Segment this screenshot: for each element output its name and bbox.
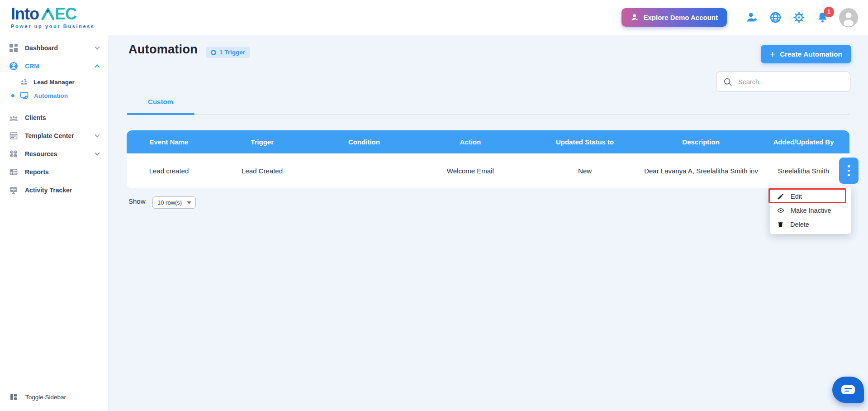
app-root: Into EC Power up your Business Explore D… [0,0,868,411]
tab-custom[interactable]: Custom [127,98,194,105]
sidebar-label: Clients [25,114,46,121]
automation-icon [20,91,28,100]
add-user-button[interactable] [745,11,759,24]
sidebar-item-crm[interactable]: CRM [0,57,108,75]
ellipsis-dot [848,174,850,176]
notifications-button[interactable]: 1 [816,11,829,24]
sidebar-label: Dashboard [25,44,58,52]
resources-icon [9,149,18,158]
toggle-sidebar-label: Toggle Sidebar [25,394,66,401]
sidebar-label: Reports [25,168,49,176]
cell-updated-status: New [526,167,644,175]
avatar-person-icon [839,8,858,27]
chevron-down-icon [95,132,100,137]
template-center-icon [9,131,18,140]
search-input[interactable] [738,78,844,86]
sidebar-label: Activity Tracker [25,186,72,194]
sidebar-label: CRM [25,62,39,70]
menu-item-make-inactive[interactable]: Make Inactive [770,203,851,217]
lead-manager-icon [20,78,28,86]
explore-demo-button[interactable]: Explore Demo Account [621,8,727,27]
logo-triangle-icon [41,8,54,21]
column-header-event-name: Event Name [127,138,211,146]
chevron-down-icon [95,44,100,49]
ellipsis-dot [848,170,850,172]
sidebar-item-automation[interactable]: Automation [0,89,108,102]
menu-item-label: Edit [791,193,802,200]
trigger-ring-icon [211,50,216,55]
tab-divider [127,114,849,115]
chat-widget-button[interactable] [832,377,864,403]
sidebar-item-resources[interactable]: Resources [0,145,108,163]
pencil-icon [777,193,784,200]
page-title: Automation [128,43,198,57]
logo-tagline: Power up your Business [11,24,95,29]
settings-button[interactable] [792,11,806,24]
main-content: Automation 1 Trigger + Create Automation… [109,35,868,411]
cell-trigger: Lead Created [211,167,313,175]
table-header-row: Event Name Trigger Condition Action Upda… [127,130,849,153]
avatar[interactable] [839,8,858,27]
caret-down-icon [187,201,191,204]
trash-icon [777,221,784,228]
top-bar: Into EC Power up your Business Explore D… [0,0,868,35]
toggle-sidebar-button[interactable]: Toggle Sidebar [0,389,75,405]
language-button[interactable] [768,11,782,24]
demo-user-icon [631,13,639,22]
column-header-added-by: Added/Updated By [758,138,849,146]
sidebar-label: Lead Manager [33,79,75,86]
notification-badge: 1 [824,7,834,17]
logo-text-into: Into [11,6,39,22]
column-header-updated-status: Updated Status to [526,138,644,146]
eye-icon [777,207,784,214]
rows-per-page-select[interactable]: 10 row(s) [152,196,196,209]
automation-table: Event Name Trigger Condition Action Upda… [127,130,849,188]
create-automation-button[interactable]: + Create Automation [761,45,851,63]
sidebar-item-clients[interactable]: Clients [0,109,108,127]
activity-tracker-icon [9,186,18,195]
plus-icon: + [770,49,775,59]
logo-text-aec: EC [55,6,76,22]
sidebar-label: Template Center [25,132,74,139]
add-user-icon [746,11,758,24]
search-box [716,72,850,92]
menu-item-label: Make Inactive [791,207,831,214]
tab-active-underline [127,113,194,115]
top-actions: Explore Demo Account [621,8,858,27]
sidebar-item-reports[interactable]: Reports [0,163,108,181]
toggle-sidebar-icon [9,392,18,401]
chevron-up-icon [95,64,100,69]
sidebar-item-dashboard[interactable]: Dashboard [0,39,108,57]
active-indicator-dot [11,94,14,97]
chat-bubble-icon [841,385,855,394]
sidebar-label: Resources [25,150,57,158]
trigger-count-badge: 1 Trigger [206,47,250,58]
cell-action: Welcome Email [415,167,526,175]
sidebar-item-template-center[interactable]: Template Center [0,127,108,145]
gear-icon [793,11,805,24]
rows-per-page-value: 10 row(s) [157,199,182,206]
column-header-trigger: Trigger [211,138,313,146]
dashboard-icon [9,43,18,53]
chevron-down-icon [95,150,100,155]
sidebar-item-activity-tracker[interactable]: Activity Tracker [0,181,108,199]
cell-description: Dear Lavanya A, Sreelalitha Smith invite… [644,167,758,175]
column-header-action: Action [415,138,526,146]
sidebar-label: Automation [34,92,68,99]
menu-item-edit[interactable]: Edit [770,189,851,203]
search-icon [723,77,733,87]
column-header-description: Description [644,138,758,146]
brand-logo[interactable]: Into EC Power up your Business [11,6,95,29]
show-label: Show [128,197,146,205]
globe-icon [769,11,782,24]
table-row: Lead created Lead Created Welcome Email … [127,153,849,188]
row-context-menu: Edit Make Inactive Delete [770,187,851,234]
ellipsis-dot [848,165,850,167]
crm-icon [9,62,18,71]
cell-added-by: Sreelalitha Smith [758,167,849,175]
row-actions-button[interactable] [839,158,859,184]
create-automation-label: Create Automation [780,50,842,58]
menu-item-delete[interactable]: Delete [770,217,851,231]
sidebar-item-lead-manager[interactable]: Lead Manager [0,75,108,89]
reports-icon [9,167,18,177]
